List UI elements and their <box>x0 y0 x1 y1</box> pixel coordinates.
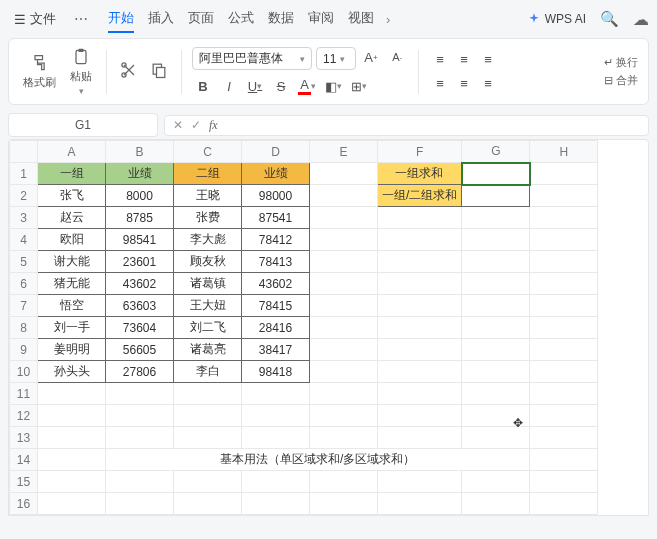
tab-view[interactable]: 视图 <box>348 5 374 33</box>
col-header[interactable]: G <box>462 141 530 163</box>
row-header[interactable]: 9 <box>10 339 38 361</box>
cell[interactable] <box>462 361 530 383</box>
name-box[interactable]: G1 <box>8 113 158 137</box>
cell[interactable]: 悟空 <box>38 295 106 317</box>
cell[interactable] <box>462 229 530 251</box>
cell[interactable]: 诸葛亮 <box>174 339 242 361</box>
cancel-icon[interactable]: ✕ <box>173 118 183 132</box>
cell[interactable]: 28416 <box>242 317 310 339</box>
col-header[interactable]: B <box>106 141 174 163</box>
cell[interactable] <box>242 405 310 427</box>
note-text[interactable]: 基本用法（单区域求和/多区域求和） <box>106 449 530 471</box>
row-header[interactable]: 11 <box>10 383 38 405</box>
cell[interactable] <box>310 229 378 251</box>
font-color-button[interactable]: A▾ <box>296 76 318 96</box>
cell[interactable]: 刘二飞 <box>174 317 242 339</box>
copy-button[interactable] <box>147 58 171 85</box>
cell[interactable]: 姜明明 <box>38 339 106 361</box>
cell[interactable]: 孙头头 <box>38 361 106 383</box>
cell[interactable] <box>106 405 174 427</box>
cell[interactable]: 李白 <box>174 361 242 383</box>
cell[interactable]: 猪无能 <box>38 273 106 295</box>
cell[interactable] <box>38 383 106 405</box>
cell[interactable]: 63603 <box>106 295 174 317</box>
cell[interactable] <box>242 471 310 493</box>
cell[interactable]: 一组求和 <box>378 163 462 185</box>
cell[interactable]: 8000 <box>106 185 174 207</box>
cell[interactable] <box>378 207 462 229</box>
cell[interactable]: 张飞 <box>38 185 106 207</box>
font-name-select[interactable]: 阿里巴巴普惠体 ▾ <box>192 47 312 70</box>
cell[interactable] <box>530 251 598 273</box>
cell[interactable] <box>106 383 174 405</box>
cell[interactable] <box>174 383 242 405</box>
spreadsheet[interactable]: A B C D E F G H 1 一组 业绩 二组 业绩 一组求和 2 张飞 … <box>8 139 649 516</box>
decrease-font-button[interactable]: A- <box>386 47 408 67</box>
cell[interactable] <box>462 493 530 515</box>
cell[interactable]: 业绩 <box>106 163 174 185</box>
format-painter-button[interactable]: 格式刷 <box>19 51 60 92</box>
cell[interactable]: 98541 <box>106 229 174 251</box>
cell[interactable] <box>530 339 598 361</box>
cell[interactable] <box>530 295 598 317</box>
cell[interactable]: 一组 <box>38 163 106 185</box>
cell[interactable] <box>530 427 598 449</box>
cell[interactable] <box>310 427 378 449</box>
tab-page[interactable]: 页面 <box>188 5 214 33</box>
cell[interactable] <box>242 383 310 405</box>
cell[interactable] <box>530 383 598 405</box>
row-header[interactable]: 13 <box>10 427 38 449</box>
cell[interactable] <box>462 185 530 207</box>
cell[interactable]: ✥ <box>462 405 530 427</box>
cell[interactable] <box>462 471 530 493</box>
cell[interactable] <box>530 317 598 339</box>
cell[interactable] <box>310 493 378 515</box>
cell[interactable] <box>378 493 462 515</box>
cell[interactable] <box>530 471 598 493</box>
align-right-button[interactable]: ≡ <box>477 74 499 94</box>
cell[interactable] <box>462 383 530 405</box>
align-bottom-button[interactable]: ≡ <box>477 50 499 70</box>
cell[interactable]: 8785 <box>106 207 174 229</box>
cell[interactable] <box>310 251 378 273</box>
tab-insert[interactable]: 插入 <box>148 5 174 33</box>
row-header[interactable]: 7 <box>10 295 38 317</box>
strikethrough-button[interactable]: S <box>270 76 292 96</box>
cell[interactable] <box>530 449 598 471</box>
cell[interactable] <box>530 163 598 185</box>
cell[interactable]: 张费 <box>174 207 242 229</box>
cell[interactable]: 二组 <box>174 163 242 185</box>
cell[interactable] <box>530 493 598 515</box>
row-header[interactable]: 1 <box>10 163 38 185</box>
col-header[interactable]: D <box>242 141 310 163</box>
italic-button[interactable]: I <box>218 76 240 96</box>
cell[interactable]: 谢大能 <box>38 251 106 273</box>
cell[interactable]: 王晓 <box>174 185 242 207</box>
cell[interactable] <box>310 163 378 185</box>
cell[interactable] <box>378 273 462 295</box>
wps-ai-button[interactable]: WPS AI <box>527 12 586 26</box>
cell[interactable]: 78412 <box>242 229 310 251</box>
align-left-button[interactable]: ≡ <box>429 74 451 94</box>
row-header[interactable]: 15 <box>10 471 38 493</box>
cell[interactable]: 56605 <box>106 339 174 361</box>
cell[interactable] <box>310 339 378 361</box>
cell[interactable] <box>378 317 462 339</box>
cell[interactable]: 27806 <box>106 361 174 383</box>
cell[interactable] <box>378 361 462 383</box>
cell[interactable]: 78413 <box>242 251 310 273</box>
row-header[interactable]: 6 <box>10 273 38 295</box>
cell[interactable] <box>174 405 242 427</box>
formula-bar[interactable]: ✕ ✓ fx <box>164 115 649 136</box>
cell[interactable] <box>38 449 106 471</box>
cell[interactable] <box>310 207 378 229</box>
cell[interactable]: 87541 <box>242 207 310 229</box>
align-center-button[interactable]: ≡ <box>453 74 475 94</box>
cell[interactable] <box>38 427 106 449</box>
cell[interactable] <box>174 471 242 493</box>
cell[interactable] <box>530 229 598 251</box>
cell[interactable] <box>378 405 462 427</box>
cell[interactable] <box>38 493 106 515</box>
cell[interactable]: 23601 <box>106 251 174 273</box>
cell[interactable]: 73604 <box>106 317 174 339</box>
